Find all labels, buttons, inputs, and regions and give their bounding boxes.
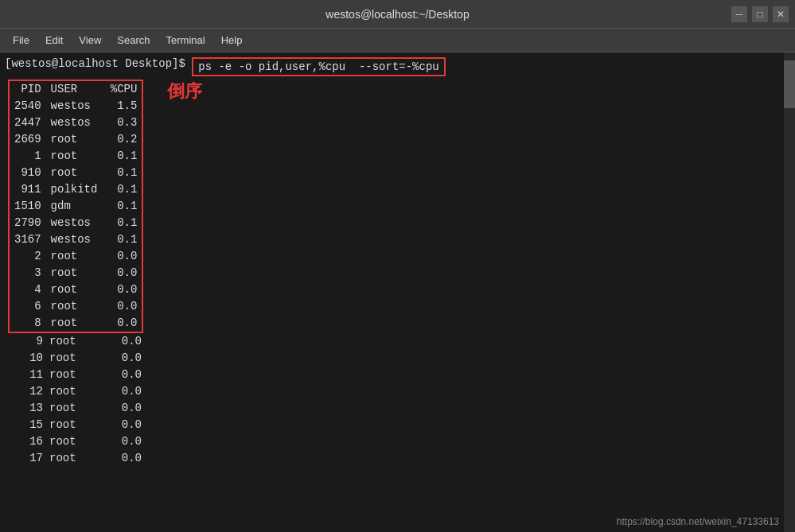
table-row: 1 root 0.1 xyxy=(10,148,142,165)
minimize-button[interactable]: ─ xyxy=(731,6,747,22)
pid-cell: 3 xyxy=(10,265,46,282)
user-value: root xyxy=(46,383,102,400)
table-header-row: PID USER %CPU xyxy=(10,81,142,98)
list-item: 9 root 0.0 xyxy=(5,333,782,350)
cpu-cell: 0.0 xyxy=(102,298,142,315)
maximize-button[interactable]: □ xyxy=(752,6,768,22)
list-item: 15 root 0.0 xyxy=(5,417,782,433)
pid-cell: 2 xyxy=(10,248,46,265)
table-row: 2540 westos 1.5 xyxy=(10,98,142,115)
list-item: 12 root 0.0 xyxy=(5,383,782,400)
user-cell: westos xyxy=(46,215,103,231)
user-cell: root xyxy=(46,131,103,148)
user-cell: root xyxy=(46,315,103,332)
list-item: 16 root 0.0 xyxy=(5,433,782,450)
user-cell: root xyxy=(46,282,103,298)
table-row: 2669 root 0.2 xyxy=(10,131,142,148)
bordered-tbody: 2540 westos 1.5 2447 westos 0.3 2669 roo… xyxy=(10,98,142,332)
user-cell: root xyxy=(46,248,103,265)
col-user-header: USER xyxy=(46,81,103,98)
user-value: root xyxy=(46,417,102,433)
cpu-cell: 1.5 xyxy=(102,98,142,115)
cpu-value: 0.0 xyxy=(102,383,142,400)
table-row: 2 root 0.0 xyxy=(10,248,142,265)
user-cell: westos xyxy=(46,115,103,131)
cpu-cell: 0.1 xyxy=(102,198,142,215)
cpu-cell: 0.1 xyxy=(102,231,142,248)
watermark: https://blog.csdn.net/weixin_47133613 xyxy=(617,516,779,527)
pid-cell: 6 xyxy=(10,298,46,315)
user-value: root xyxy=(46,350,102,367)
col-cpu-header: %CPU xyxy=(102,81,142,98)
cpu-value: 0.0 xyxy=(102,367,142,383)
cpu-cell: 0.0 xyxy=(102,265,142,282)
cpu-cell: 0.1 xyxy=(102,181,142,198)
cpu-value: 0.0 xyxy=(102,433,142,450)
pid-value: 10 xyxy=(6,350,46,367)
pid-cell: 2790 xyxy=(10,215,46,231)
cpu-cell: 0.1 xyxy=(102,148,142,165)
list-item: 10 root 0.0 xyxy=(5,350,782,367)
titlebar-controls: ─ □ ✕ xyxy=(731,6,789,22)
pid-cell: 1510 xyxy=(10,198,46,215)
pid-cell: 2447 xyxy=(10,115,46,131)
ps-table: PID USER %CPU 2540 westos 1.5 2447 westo… xyxy=(10,81,142,332)
user-value: root xyxy=(46,433,102,450)
scrollbar[interactable] xyxy=(784,52,795,532)
cpu-value: 0.0 xyxy=(102,350,142,367)
cpu-value: 0.0 xyxy=(102,417,142,433)
user-cell: polkitd xyxy=(46,181,103,198)
pid-cell: 911 xyxy=(10,181,46,198)
scrollbar-thumb[interactable] xyxy=(784,60,795,108)
cpu-value: 0.0 xyxy=(102,333,142,350)
user-value: root xyxy=(46,400,102,417)
prompt-line: [westos@localhost Desktop]$ ps -e -o pid… xyxy=(5,57,782,76)
table-row: 2790 westos 0.1 xyxy=(10,215,142,231)
table-row: 1510 gdm 0.1 xyxy=(10,198,142,215)
titlebar-title: westos@localhost:~/Desktop xyxy=(325,8,469,21)
pid-value: 12 xyxy=(6,383,46,400)
table-row: 3 root 0.0 xyxy=(10,265,142,282)
table-row: 8 root 0.0 xyxy=(10,315,142,332)
close-button[interactable]: ✕ xyxy=(773,6,789,22)
pid-cell: 910 xyxy=(10,165,46,181)
user-cell: gdm xyxy=(46,198,103,215)
menu-item-search[interactable]: Search xyxy=(111,33,156,48)
pid-cell: 2540 xyxy=(10,98,46,115)
menu-item-terminal[interactable]: Terminal xyxy=(160,33,212,48)
cpu-value: 0.0 xyxy=(102,400,142,417)
pid-cell: 3167 xyxy=(10,231,46,248)
cpu-value: 0.0 xyxy=(102,450,142,467)
cpu-cell: 0.0 xyxy=(102,282,142,298)
pid-value: 9 xyxy=(6,333,46,350)
pid-value: 17 xyxy=(6,450,46,467)
user-cell: westos xyxy=(46,98,103,115)
cpu-cell: 0.0 xyxy=(102,315,142,332)
table-row: 3167 westos 0.1 xyxy=(10,231,142,248)
user-cell: root xyxy=(46,298,103,315)
pid-value: 11 xyxy=(6,367,46,383)
pid-cell: 8 xyxy=(10,315,46,332)
cpu-cell: 0.3 xyxy=(102,115,142,131)
user-cell: westos xyxy=(46,231,103,248)
user-value: root xyxy=(46,367,102,383)
menu-item-file[interactable]: File xyxy=(6,33,36,48)
terminal[interactable]: [westos@localhost Desktop]$ ps -e -o pid… xyxy=(0,52,795,532)
menu-item-view[interactable]: View xyxy=(72,33,107,48)
list-item: 13 root 0.0 xyxy=(5,400,782,417)
cpu-cell: 0.1 xyxy=(102,165,142,181)
pid-value: 16 xyxy=(6,433,46,450)
table-row: 2447 westos 0.3 xyxy=(10,115,142,131)
table-row: 910 root 0.1 xyxy=(10,165,142,181)
menu-item-edit[interactable]: Edit xyxy=(39,33,69,48)
prompt-text: [westos@localhost Desktop]$ xyxy=(5,57,192,70)
menu-item-help[interactable]: Help xyxy=(215,33,249,48)
user-value: root xyxy=(46,450,102,467)
titlebar: westos@localhost:~/Desktop ─ □ ✕ xyxy=(0,0,795,29)
pid-cell: 2669 xyxy=(10,131,46,148)
col-pid-header: PID xyxy=(10,81,46,98)
annotation-label: 倒序 xyxy=(167,80,202,103)
command-box: ps -e -o pid,user,%cpu --sort=-%cpu xyxy=(192,57,445,76)
list-item: 17 root 0.0 xyxy=(5,450,782,467)
table-row: 4 root 0.0 xyxy=(10,282,142,298)
